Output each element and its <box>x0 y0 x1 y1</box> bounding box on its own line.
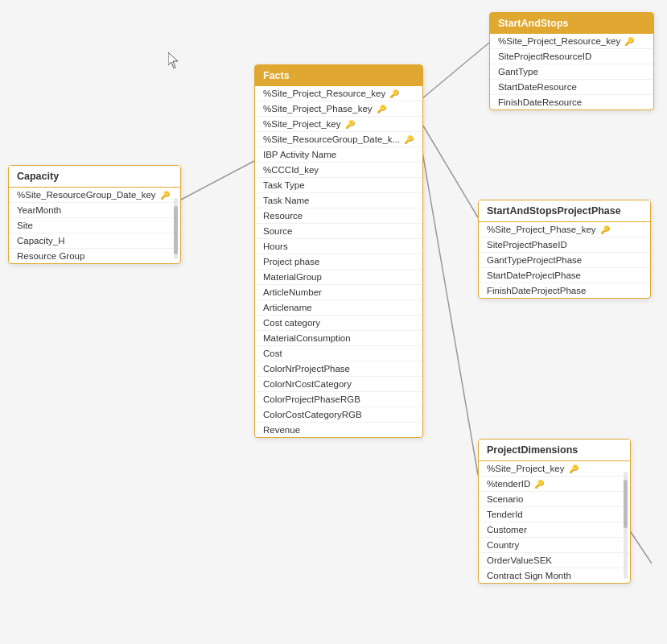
table-row: SiteProjectPhaseID <box>479 237 650 253</box>
field-label: Capacity_H <box>17 236 64 246</box>
scrollbar-thumb <box>624 480 628 528</box>
facts-table: Facts %Site_Project_Resource_key 🔑 %Site… <box>254 64 423 438</box>
field-label: Project phase <box>263 257 319 266</box>
table-row: OrderValueSEK <box>479 553 630 568</box>
table-row: MaterialGroup <box>255 270 422 285</box>
field-label: Source <box>263 226 292 236</box>
table-row: %Site_Project_key 🔑 <box>255 117 422 132</box>
table-row: Site <box>9 218 180 233</box>
field-label: Country <box>487 540 519 550</box>
table-row: Cost category <box>255 316 422 331</box>
key-icon: 🔑 <box>389 89 399 98</box>
table-row: ColorProjectPhaseRGB <box>255 392 422 407</box>
table-row: ColorCostCategoryRGB <box>255 407 422 423</box>
field-label: Task Name <box>263 196 310 205</box>
table-row: Resource Group <box>9 249 180 263</box>
scrollbar[interactable] <box>174 198 178 259</box>
field-label: ColorNrProjectPhase <box>263 364 350 374</box>
field-label: StartDateProjectPhase <box>487 270 581 280</box>
start-and-stops-project-phase-body: %Site_Project_Phase_key 🔑 SiteProjectPha… <box>479 222 650 298</box>
table-row: GantType <box>490 64 653 80</box>
field-label: Cost <box>263 349 282 358</box>
facts-table-header: Facts <box>255 65 422 86</box>
field-label: TenderId <box>487 510 523 519</box>
key-icon: 🔑 <box>569 464 578 473</box>
table-row: %Site_Project_Phase_key 🔑 <box>255 101 422 117</box>
field-label: Scenario <box>487 494 523 504</box>
table-row: %Site_Project_Phase_key 🔑 <box>479 222 650 237</box>
key-icon: 🔑 <box>345 120 355 129</box>
table-row: MaterialConsumption <box>255 331 422 346</box>
field-label: IBP Activity Name <box>263 150 336 159</box>
start-and-stops-table-header: StartAndStops <box>490 13 653 34</box>
svg-line-1 <box>422 43 489 99</box>
field-label: %Site_Project_Resource_key <box>498 36 620 46</box>
field-label: ColorCostCategoryRGB <box>263 410 362 419</box>
key-icon: 🔑 <box>377 105 386 114</box>
table-row: Task Type <box>255 178 422 193</box>
table-row: %tenderID 🔑 <box>479 477 630 492</box>
table-row: StartDateResource <box>490 80 653 95</box>
field-label: Customer <box>487 525 527 535</box>
field-label: %tenderID <box>487 479 530 489</box>
table-row: TenderId <box>479 507 630 522</box>
table-row: FinishDateResource <box>490 95 653 109</box>
capacity-table-header: Capacity <box>9 166 180 188</box>
field-label: MaterialGroup <box>263 272 322 282</box>
scrollbar[interactable] <box>624 472 628 579</box>
field-label: Cost category <box>263 318 320 328</box>
table-row: StartDateProjectPhase <box>479 268 650 283</box>
field-label: Hours <box>263 242 288 251</box>
field-label: ArticleNumber <box>263 287 322 297</box>
table-row: Resource <box>255 208 422 224</box>
table-row: FinishDateProjectPhase <box>479 283 650 298</box>
field-label: Revenue <box>263 425 300 435</box>
table-row: Customer <box>479 522 630 538</box>
start-and-stops-table: StartAndStops %Site_Project_Resource_key… <box>489 12 654 110</box>
table-row: %Site_Project_Resource_key 🔑 <box>490 34 653 49</box>
canvas: Capacity %Site_ResourceGroup_Date_key 🔑 … <box>0 0 667 644</box>
table-row: Country <box>479 538 630 553</box>
table-row: %Site_ResourceGroup_Date_key 🔑 <box>9 188 180 203</box>
table-row: SiteProjectResourceID <box>490 49 653 64</box>
table-row: Hours <box>255 239 422 254</box>
field-label: Site <box>17 221 33 230</box>
key-icon: 🔑 <box>534 480 544 489</box>
svg-line-2 <box>422 123 478 217</box>
table-row: %Site_Project_Resource_key 🔑 <box>255 86 422 101</box>
field-label: GantTypeProjectPhase <box>487 255 582 265</box>
table-row: %CCCId_key <box>255 163 422 178</box>
table-row: ArticleNumber <box>255 285 422 300</box>
field-label: StartDateResource <box>498 82 577 92</box>
field-label: FinishDateProjectPhase <box>487 286 586 295</box>
field-label: YearMonth <box>17 205 61 215</box>
field-label: Resource Group <box>17 251 84 261</box>
field-label: %Site_Project_Resource_key <box>263 89 385 98</box>
key-icon: 🔑 <box>624 37 634 46</box>
table-row: Contract Sign Month <box>479 568 630 583</box>
svg-marker-5 <box>168 52 178 68</box>
field-label: GantType <box>498 67 538 76</box>
field-label: %Site_Project_key <box>263 119 341 129</box>
field-label: Contract Sign Month <box>487 571 571 580</box>
capacity-table: Capacity %Site_ResourceGroup_Date_key 🔑 … <box>8 165 181 264</box>
field-label: Resource <box>263 211 303 221</box>
table-row: Task Name <box>255 193 422 208</box>
table-row: %Site_ResourceGroup_Date_k... 🔑 <box>255 132 422 147</box>
start-and-stops-project-phase-table: StartAndStopsProjectPhase %Site_Project_… <box>478 200 651 299</box>
field-label: MaterialConsumption <box>263 333 351 343</box>
table-row: YearMonth <box>9 203 180 218</box>
field-label: Articlename <box>263 303 312 312</box>
table-row: Articlename <box>255 300 422 316</box>
project-dimensions-body: %Site_Project_key 🔑 %tenderID 🔑 Scenario… <box>479 461 630 583</box>
field-label: Task Type <box>263 180 305 190</box>
field-label: %Site_ResourceGroup_Date_k... <box>263 134 400 144</box>
svg-line-3 <box>422 147 478 475</box>
table-row: Project phase <box>255 254 422 270</box>
field-label: %Site_Project_Phase_key <box>487 225 596 234</box>
capacity-table-body: %Site_ResourceGroup_Date_key 🔑 YearMonth… <box>9 188 180 263</box>
field-label: SiteProjectPhaseID <box>487 240 567 250</box>
table-row: IBP Activity Name <box>255 147 422 163</box>
project-dimensions-table: ProjectDimensions %Site_Project_key 🔑 %t… <box>478 439 631 584</box>
field-label: %Site_Project_key <box>487 464 565 473</box>
